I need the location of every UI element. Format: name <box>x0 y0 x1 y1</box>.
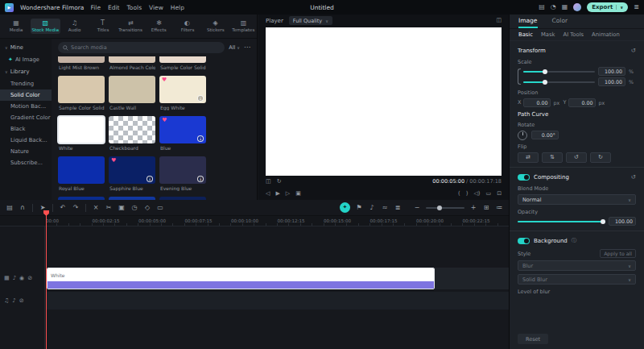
rotate-dial[interactable] <box>518 131 527 140</box>
detach-player-icon[interactable]: ◫ <box>496 18 502 23</box>
favorite-icon[interactable]: ♥ <box>162 118 167 123</box>
tab-color[interactable]: Color <box>552 17 568 28</box>
zoom-fit-icon[interactable]: ⊞ <box>482 205 490 211</box>
opacity-value[interactable]: 100.00 <box>609 217 636 226</box>
favorite-icon[interactable]: ♥ <box>111 158 116 164</box>
subtab-animation[interactable]: Animation <box>592 31 620 38</box>
apply-to-all-button[interactable]: Apply to all <box>600 249 636 258</box>
collapse-icon[interactable]: ≣ <box>634 4 639 10</box>
sidebar-item-trending[interactable]: Trending <box>0 78 52 89</box>
mark-out-icon[interactable]: ) <box>466 191 469 197</box>
redo-icon[interactable]: ↷ <box>72 205 80 211</box>
sidebar-item-nature[interactable]: Nature <box>0 146 52 157</box>
quality-dropdown[interactable]: Full Quality ∨ <box>289 16 332 25</box>
compare-icon[interactable]: ◫ <box>266 179 271 185</box>
split-icon[interactable]: ✂ <box>105 205 113 211</box>
flip-vertical-button[interactable]: ⇅ <box>542 152 563 163</box>
volume-icon[interactable]: ◁) <box>473 191 480 197</box>
sidebar-item-liquid-back[interactable]: Liquid Back... <box>0 135 52 146</box>
swatch-white[interactable]: White <box>58 116 105 152</box>
opacity-slider[interactable] <box>518 221 605 222</box>
zoom-slider[interactable] <box>426 207 464 209</box>
sidebar-item-mine[interactable]: ∨Mine <box>0 41 52 54</box>
scale-y-value[interactable]: 100.00 <box>598 77 625 86</box>
keyframe-icon[interactable]: ◇ <box>143 205 151 211</box>
tab-transitions[interactable]: ⇄Transitions <box>118 19 145 34</box>
tab-titles[interactable]: TTitles <box>89 19 117 34</box>
lock-track-icon[interactable]: ⊘ <box>27 276 32 281</box>
sidebar-item-solid-color[interactable]: Solid Color <box>0 89 52 101</box>
subtab-ai-tools[interactable]: AI Tools <box>564 31 584 38</box>
snapshot-icon[interactable]: ▣ <box>295 191 301 197</box>
swatch-evening-blue[interactable]: ↓Evening Blue <box>159 156 206 193</box>
device-icon[interactable]: ▤ <box>539 4 545 10</box>
media-manager-icon[interactable]: ▤ <box>6 205 14 211</box>
tab-filters[interactable]: ◐Filters <box>174 19 201 34</box>
track-options-icon[interactable]: ≔ <box>495 205 503 211</box>
swatch-sapphire-blue[interactable]: ♥↓Sapphire Blue <box>109 156 155 193</box>
menu-help[interactable]: Help <box>171 4 184 11</box>
swatch-royal-blue[interactable]: Royal Blue <box>58 156 105 193</box>
sidebar-item-ai-image[interactable]: ✦AI Image <box>0 54 52 65</box>
search-input[interactable] <box>71 44 220 51</box>
menu-file[interactable]: File <box>90 4 101 11</box>
playhead[interactable] <box>46 210 47 349</box>
crop-icon[interactable]: ▣ <box>118 205 126 211</box>
rotate-ccw-button[interactable]: ↺ <box>566 152 587 163</box>
prev-frame-icon[interactable]: ◁ <box>266 191 270 197</box>
position-y-input[interactable]: 0.00 <box>568 98 596 107</box>
sidebar-item-library[interactable]: ∨Library <box>0 65 52 78</box>
background-blur-dropdown[interactable]: Blur ∨ <box>518 260 636 271</box>
background-style-dropdown[interactable]: Solid Blur ∨ <box>518 274 636 285</box>
video-track-icon[interactable]: ▦ <box>4 276 10 281</box>
scale-y-slider[interactable] <box>523 81 595 83</box>
mark-in-icon[interactable]: ( <box>458 191 460 197</box>
swatch-almond-peach-color[interactable]: Almond Peach Color <box>109 56 155 72</box>
compositing-toggle[interactable] <box>518 174 530 181</box>
tab-effects[interactable]: ✻Effects <box>146 19 173 34</box>
scale-x-slider[interactable] <box>523 71 595 73</box>
mute-track-icon[interactable]: ♪ <box>13 276 16 281</box>
marker-icon[interactable]: ⚑ <box>355 205 363 211</box>
download-icon[interactable]: ↓ <box>197 135 204 142</box>
magnet-snap-icon[interactable]: ∩ <box>19 205 27 211</box>
avatar[interactable] <box>573 3 581 11</box>
menu-tools[interactable]: Tools <box>127 4 142 11</box>
beat-detect-icon[interactable]: ≈ <box>381 205 389 211</box>
rotate-cw-button[interactable]: ↻ <box>590 152 611 163</box>
sidebar-item-black[interactable]: Black <box>0 123 52 135</box>
tab-audio[interactable]: ♫Audio <box>61 19 89 34</box>
sidebar-item-subscribe[interactable]: Subscribe... <box>0 157 52 168</box>
tab-stock-media[interactable]: ▧Stock Media <box>31 19 60 34</box>
next-frame-icon[interactable]: ▷ <box>286 191 290 197</box>
tab-media[interactable]: ▦Media <box>2 19 30 34</box>
zoom-out-icon[interactable]: − <box>413 205 421 211</box>
swatch-checkboard[interactable]: Checkboard <box>109 116 155 152</box>
swatch-sample-color-solid-21[interactable]: ♥Sample Color Solid 21 <box>159 56 206 72</box>
background-toggle[interactable] <box>518 238 530 244</box>
scale-link-icon[interactable] <box>518 69 521 85</box>
swatch-egg-white[interactable]: ♥↓Egg White <box>159 76 206 112</box>
menu-edit[interactable]: Edit <box>108 4 120 11</box>
rotate-value[interactable]: 0.00° <box>531 131 559 139</box>
sidebar-item-motion-bac[interactable]: Motion Bac... <box>0 101 52 112</box>
play-icon[interactable]: ▶ <box>275 191 279 197</box>
export-caret-icon[interactable]: ∨ <box>616 5 623 10</box>
swatch-light-mist-brown[interactable]: Light Mist Brown <box>58 56 105 72</box>
timeline-ruler[interactable]: 00:0000:00:02:1500:00:05:0000:00:07:1500… <box>0 216 509 226</box>
display-setting-icon[interactable]: ▭ <box>486 191 492 197</box>
filter-all-dropdown[interactable]: All ∨ <box>229 44 240 51</box>
layout-icon[interactable]: ▦ <box>562 4 568 10</box>
download-icon[interactable]: ↓ <box>197 95 204 102</box>
download-icon[interactable]: ↓ <box>147 176 153 182</box>
subtab-basic[interactable]: Basic <box>518 31 533 38</box>
swatch-sample-color-solid-25[interactable]: Sample Color Solid 25 <box>58 76 105 112</box>
hide-track-icon[interactable]: ◉ <box>19 276 24 281</box>
scale-x-value[interactable]: 100.00 <box>598 67 625 76</box>
swatch-castle-wall[interactable]: Castle Wall <box>109 76 155 112</box>
swatch-blue[interactable]: ♥↓Blue <box>159 116 206 152</box>
reset-button[interactable]: Reset <box>518 334 548 344</box>
mute-track-icon[interactable]: ♪ <box>12 298 15 304</box>
timeline-clip-white[interactable]: White <box>47 268 435 289</box>
flip-horizontal-button[interactable]: ⇄ <box>518 152 539 163</box>
